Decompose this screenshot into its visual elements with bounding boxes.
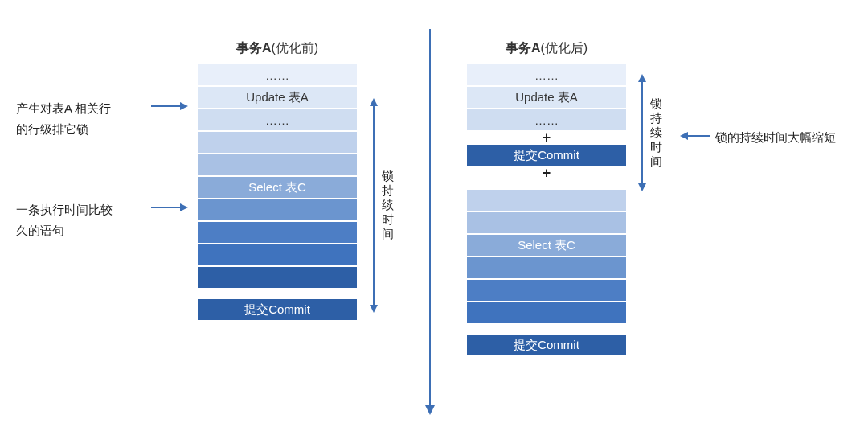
- stmt-row: ……: [197, 109, 358, 131]
- stmt-row: [197, 199, 358, 221]
- stmt-row: [466, 302, 627, 324]
- stmt-row: [197, 221, 358, 244]
- stmt-row: [197, 154, 358, 176]
- title-before-bold: 事务A: [236, 41, 272, 55]
- center-timeline-arrow: [429, 29, 431, 413]
- arrow-from-shortened: [682, 135, 710, 137]
- stmt-row: [197, 266, 358, 289]
- commit-row: 提交Commit: [466, 334, 627, 356]
- lock-span-label-before: 锁持续时间: [381, 169, 394, 241]
- lock-span-before: [373, 100, 375, 311]
- transaction-after: 事务A(优化后) …… Update 表A …… + 提交Commit + Se…: [466, 40, 627, 356]
- title-after: 事务A(优化后): [466, 40, 627, 57]
- plus-icon: +: [466, 131, 627, 144]
- stmt-row: [466, 257, 627, 279]
- plus-icon: +: [466, 166, 627, 179]
- stmt-row-update: Update 表A: [466, 86, 627, 109]
- stmt-row-select: Select 表C: [466, 234, 627, 257]
- stmt-row: [197, 244, 358, 266]
- stmt-row: [466, 279, 627, 302]
- annotation-exclusive-lock: 产生对表A 相关行 的行级排它锁: [16, 98, 111, 140]
- title-before: 事务A(优化前): [197, 40, 358, 57]
- stmt-row-update: Update 表A: [197, 86, 358, 109]
- stmt-row-select: Select 表C: [197, 176, 358, 199]
- commit-row: 提交Commit: [197, 298, 358, 321]
- transaction-before: 事务A(优化前) …… Update 表A …… Select 表C 提交Com…: [197, 40, 358, 321]
- stmt-row: ……: [466, 109, 627, 131]
- arrow-to-select: [151, 207, 186, 208]
- annotation-shortened-lock: 锁的持续时间大幅缩短: [715, 127, 836, 148]
- stmt-row: [466, 189, 627, 211]
- stack-before: …… Update 表A …… Select 表C 提交Commit: [197, 64, 358, 321]
- commit-row: 提交Commit: [466, 144, 627, 166]
- annotation-slow-stmt: 一条执行时间比较 久的语句: [16, 199, 113, 241]
- lock-span-after: [641, 76, 643, 190]
- stmt-row: [197, 131, 358, 154]
- title-after-light: (优化后): [540, 41, 588, 55]
- title-before-light: (优化前): [271, 41, 318, 55]
- arrow-to-update: [151, 105, 186, 107]
- stmt-row: [466, 211, 627, 234]
- stmt-row: ……: [466, 64, 627, 86]
- lock-span-label-after: 锁持续时间: [649, 96, 662, 169]
- title-after-bold: 事务A: [506, 41, 541, 55]
- stmt-row: ……: [197, 64, 358, 86]
- stack-after: …… Update 表A …… + 提交Commit + Select 表C 提…: [466, 64, 627, 356]
